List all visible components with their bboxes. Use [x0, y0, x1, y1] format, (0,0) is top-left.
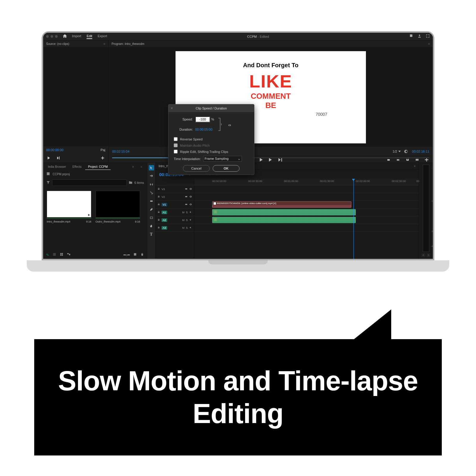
- trash-icon[interactable]: [140, 253, 144, 257]
- svg-rect-4: [417, 159, 419, 161]
- video-clip[interactable]: B82M933ST5OAWDIL [online-video-cutter.co…: [212, 201, 351, 208]
- timeline-main: Intro_thewodm ≡ 00:02:15:04: [156, 163, 419, 259]
- track-a2[interactable]: fx: [194, 216, 419, 224]
- tab-project[interactable]: Project: CCPM: [85, 164, 111, 170]
- project-tabs[interactable]: ledia Browser Effects Project: CCPM ≡ »: [43, 163, 147, 170]
- search-input[interactable]: [52, 179, 127, 186]
- resolution-dropdown[interactable]: 1/2: [393, 150, 401, 153]
- program-panel-tab[interactable]: Program: Intro_thewodm ≡: [109, 40, 433, 48]
- maintain-pitch-checkbox: Maintain Audio Pitch: [174, 143, 249, 147]
- premiere-app: Import Edit Export CCPM - Edited: [43, 33, 433, 259]
- source-marker-label: Paį: [101, 148, 105, 152]
- source-panel-tab[interactable]: Source: (no clips) ≡: [43, 40, 108, 48]
- play-icon[interactable]: [46, 155, 51, 161]
- project-filename: CCPM.prproj: [53, 173, 70, 176]
- time-interpolation-dropdown[interactable]: Frame Sampling ⌄: [203, 156, 242, 162]
- new-item-icon[interactable]: [133, 253, 137, 257]
- project-file-row: CCPM.prproj: [43, 170, 147, 178]
- panel-menu-icon[interactable]: ≡: [414, 165, 416, 168]
- new-bin-icon[interactable]: [129, 180, 133, 185]
- step-forward-icon[interactable]: [56, 155, 61, 161]
- fullscreen-icon[interactable]: [426, 34, 430, 39]
- list-view-icon[interactable]: [53, 253, 56, 257]
- playhead-handle[interactable]: [352, 179, 355, 181]
- tab-effects[interactable]: Effects: [70, 164, 84, 170]
- duration-label: Duration:: [174, 128, 193, 131]
- traffic-min[interactable]: [51, 35, 53, 38]
- selection-tool-icon[interactable]: [149, 165, 154, 170]
- track-a3[interactable]: [194, 224, 419, 232]
- program-timecode-right[interactable]: 00:02:16:11: [412, 150, 429, 153]
- banner-pointer: [354, 309, 391, 339]
- svg-rect-8: [62, 255, 63, 256]
- filter-bin-icon[interactable]: [46, 180, 50, 185]
- close-icon[interactable]: ×: [171, 106, 173, 110]
- icon-view-icon[interactable]: [60, 253, 63, 257]
- tab-import[interactable]: Import: [72, 34, 81, 39]
- program-scrubber[interactable]: [112, 156, 429, 157]
- source-timecode[interactable]: 00:00:00:00: [46, 148, 63, 152]
- time-ruler[interactable]: 00:00:00:00 00:00:30:00 00:01:00:00 00:0…: [194, 179, 419, 185]
- window-controls[interactable]: [46, 35, 58, 38]
- audio-clip-a2[interactable]: fx: [212, 217, 356, 223]
- solo-right[interactable]: S: [427, 253, 430, 257]
- svg-rect-5: [60, 253, 62, 254]
- tab-media-browser[interactable]: ledia Browser: [45, 164, 69, 170]
- ok-button[interactable]: OK: [213, 165, 239, 172]
- freeform-view-icon[interactable]: [67, 253, 71, 257]
- hand-tool-icon[interactable]: [149, 223, 154, 229]
- app-topbar: Import Edit Export CCPM - Edited: [43, 33, 433, 40]
- track-a1[interactable]: fx: [194, 209, 419, 216]
- playhead[interactable]: [353, 179, 354, 259]
- timeline-tracks[interactable]: 00:00:00:00 00:00:30:00 00:01:00:00 00:0…: [194, 179, 419, 259]
- project-footer: ✎ ━○━: [43, 250, 147, 259]
- traffic-close[interactable]: [46, 35, 49, 38]
- track-header-a3[interactable]: A3MS: [156, 224, 194, 232]
- percent-label: %: [211, 118, 214, 121]
- duration-value[interactable]: 00:00:05:00: [195, 128, 212, 131]
- track-header-v2[interactable]: V2: [156, 193, 194, 201]
- zoom-slider[interactable]: ━○━: [123, 253, 130, 257]
- link-icon[interactable]: [228, 123, 231, 127]
- track-select-icon[interactable]: [149, 173, 154, 179]
- slip-tool-icon[interactable]: [149, 198, 154, 204]
- track-v2[interactable]: [194, 193, 419, 201]
- panel-menu-icon[interactable]: ≡: [129, 164, 137, 170]
- workspace-tabs[interactable]: Import Edit Export: [72, 34, 107, 39]
- track-v1[interactable]: B82M933ST5OAWDIL [online-video-cutter.co…: [194, 201, 419, 209]
- rectangle-tool-icon[interactable]: [149, 215, 154, 220]
- pen-icon[interactable]: ✎: [46, 253, 49, 257]
- quick-export-icon[interactable]: [409, 34, 413, 39]
- panel-overflow-icon[interactable]: »: [137, 164, 145, 170]
- solo-left[interactable]: S: [421, 253, 425, 257]
- pen-tool-icon[interactable]: [149, 207, 154, 212]
- home-icon[interactable]: [62, 34, 67, 39]
- ripple-edit-checkbox[interactable]: Ripple Edit, Shifting Trailing Clips: [174, 150, 249, 154]
- razor-tool-icon[interactable]: [149, 190, 154, 195]
- thumbnail-outro[interactable]: Outro_thewodm.mp49:16: [95, 191, 140, 223]
- add-marker-icon[interactable]: [100, 155, 105, 161]
- panel-menu-icon[interactable]: ≡: [428, 42, 430, 46]
- panel-menu-icon[interactable]: ≡: [104, 42, 105, 46]
- thumbnail-intro[interactable]: ▶ Intro_thewodm.mp49:16: [47, 191, 91, 223]
- tab-edit[interactable]: Edit: [87, 34, 92, 39]
- track-header-a1[interactable]: A1MS: [156, 209, 194, 216]
- svg-rect-11: [134, 253, 136, 256]
- share-icon[interactable]: [417, 34, 422, 39]
- track-header-v3[interactable]: V3: [156, 185, 194, 193]
- speed-input[interactable]: [195, 116, 210, 122]
- track-v3[interactable]: [194, 185, 419, 193]
- program-timecode-left[interactable]: 00:02:15:04: [112, 150, 129, 153]
- tab-export[interactable]: Export: [98, 34, 107, 39]
- reverse-speed-checkbox[interactable]: Reverse Speed: [174, 137, 249, 141]
- cancel-button[interactable]: Cancel: [183, 165, 210, 172]
- frame-text-forget: And Dont Forget To: [243, 62, 298, 69]
- ripple-edit-icon[interactable]: [149, 182, 154, 187]
- type-tool-icon[interactable]: T: [149, 232, 154, 237]
- track-header-a2[interactable]: A2MS: [156, 216, 194, 224]
- audio-clip-a1[interactable]: fx: [212, 209, 356, 215]
- lower-row: ledia Browser Effects Project: CCPM ≡ » …: [43, 162, 433, 259]
- track-header-v1[interactable]: V1: [156, 201, 194, 209]
- traffic-max[interactable]: [55, 35, 58, 38]
- settings-icon[interactable]: [404, 149, 409, 154]
